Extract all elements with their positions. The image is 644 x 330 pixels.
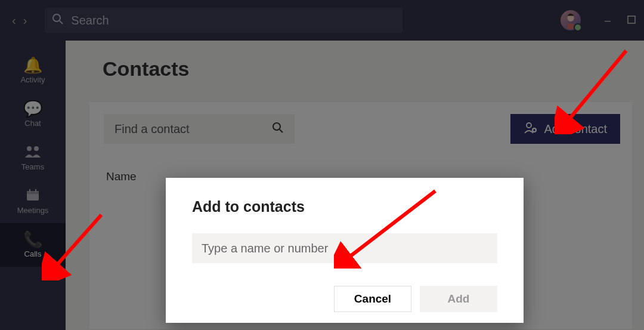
rail-calls[interactable]: 📞 Calls [0, 223, 66, 267]
find-contact-input[interactable]: Find a contact [104, 114, 295, 144]
rail-meetings[interactable]: Meetings [0, 180, 66, 223]
page-title: Contacts [103, 57, 644, 81]
rail-label: Chat [24, 119, 41, 128]
add-person-icon [524, 122, 538, 137]
name-or-number-input[interactable] [192, 233, 497, 263]
rail-label: Calls [24, 249, 42, 258]
app-rail: 🔔 Activity 💬 Chat Teams Meetings 📞 Calls [0, 41, 66, 330]
add-to-contacts-dialog: Add to contacts Cancel Add [166, 178, 524, 323]
svg-point-0 [53, 14, 60, 21]
rail-chat[interactable]: 💬 Chat [0, 92, 66, 136]
svg-rect-3 [567, 24, 574, 29]
svg-rect-10 [35, 189, 36, 192]
svg-rect-4 [628, 16, 635, 23]
maximize-button[interactable] [627, 14, 636, 27]
phone-icon: 📞 [23, 232, 42, 247]
svg-point-13 [527, 123, 531, 128]
window-controls: – [605, 14, 636, 27]
rail-label: Teams [21, 162, 44, 171]
dialog-title: Add to contacts [192, 198, 497, 215]
titlebar: ‹ › – [0, 0, 644, 41]
chat-icon: 💬 [23, 101, 42, 116]
calendar-icon [26, 188, 39, 203]
bell-icon: 🔔 [23, 57, 42, 73]
back-button[interactable]: ‹ [12, 14, 16, 27]
svg-line-1 [60, 21, 63, 24]
rail-activity[interactable]: 🔔 Activity [0, 49, 66, 92]
svg-rect-9 [29, 189, 30, 192]
search-icon [52, 13, 64, 28]
profile-avatar[interactable] [561, 10, 581, 30]
rail-teams[interactable]: Teams [0, 136, 66, 180]
rail-label: Activity [20, 75, 45, 84]
command-search[interactable] [45, 8, 402, 33]
cancel-button[interactable]: Cancel [334, 286, 411, 312]
svg-point-6 [34, 146, 39, 151]
presence-badge [574, 23, 582, 32]
svg-point-11 [273, 123, 280, 130]
minimize-button[interactable]: – [605, 14, 611, 27]
find-placeholder: Find a contact [114, 122, 190, 136]
svg-point-5 [27, 146, 32, 151]
svg-line-12 [280, 129, 283, 132]
add-button: Add [420, 286, 497, 312]
forward-button[interactable]: › [23, 14, 27, 27]
nav-arrows: ‹ › [12, 14, 27, 27]
rail-label: Meetings [17, 206, 49, 215]
people-icon [25, 144, 41, 160]
search-icon [272, 122, 284, 137]
add-contact-button[interactable]: Add contact [510, 114, 620, 144]
search-input[interactable] [71, 14, 395, 27]
add-contact-label: Add contact [544, 122, 607, 136]
svg-rect-8 [27, 191, 39, 194]
